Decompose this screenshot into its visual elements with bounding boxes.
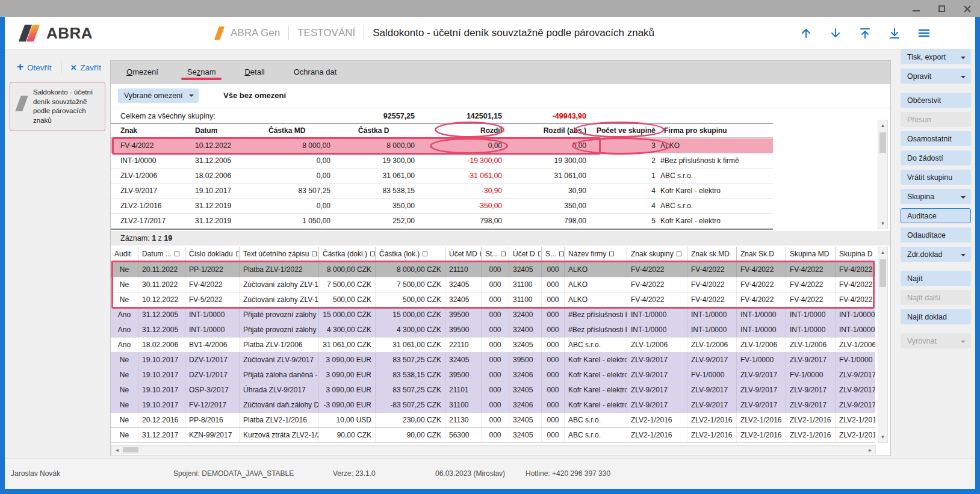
groups-column-header[interactable]: Částka D [330, 126, 415, 135]
journal-column-header[interactable]: Skupina MD [786, 247, 836, 261]
groups-table-row[interactable]: ZLV-1/200618.02.20060,0031 061,00-31 061… [111, 168, 773, 184]
zdr-doklad-button[interactable]: Zdr.doklad [901, 247, 971, 262]
filter-box-icon[interactable] [501, 252, 506, 256]
tab-seznam[interactable]: Seznam [185, 61, 219, 83]
vrátit-skupinu-button[interactable]: Vrátit skupinu [901, 170, 971, 185]
scrollbar-thumb[interactable] [123, 447, 138, 452]
scroll-up-icon[interactable] [878, 121, 887, 130]
journal-column-header[interactable]: Číslo dokladu [185, 247, 240, 261]
journal-column-header[interactable]: Účet D [509, 247, 542, 261]
cell-cislo: PP-8/2016 [185, 413, 240, 427]
filter-box-icon[interactable] [609, 252, 614, 256]
groups-table-row[interactable]: FV-4/202210.12.20228 000,008 000,000,000… [111, 138, 773, 153]
journal-column-header[interactable]: Skupina D [836, 247, 875, 261]
groups-table-row[interactable]: ZLV-9/201719.10.201783 507,2583 538,15-3… [111, 184, 773, 199]
agenda-card[interactable]: Saldokonto - účetní deník souvztažně pod… [10, 82, 105, 131]
journal-column-label: Text účetního zápisu [243, 250, 309, 258]
odauditace-button[interactable]: Odauditace [901, 227, 971, 242]
journal-table-row[interactable]: Ne10.12.2022FV-5/2022Zúčtování zálohy ZL… [111, 292, 875, 307]
close-button[interactable] [962, 4, 972, 13]
journal-table-row[interactable]: Ano18.02.2006BV1-4/2006Platba ZLV-1/2006… [111, 338, 875, 353]
scrollbar-thumb[interactable] [879, 259, 886, 287]
groups-column-header[interactable]: Znak [120, 126, 195, 135]
journal-table-row[interactable]: Ne30.11.2022FV-4/2022Zúčtování zálohy ZL… [111, 277, 875, 292]
scroll-down-icon[interactable] [878, 433, 887, 442]
journal-table-row[interactable]: Ne31.12.2017KZN-99/2017Kurzová ztráta ZL… [111, 428, 875, 443]
najít-button[interactable]: Najít [901, 271, 971, 286]
scroll-down-icon[interactable] [878, 219, 887, 228]
menu-icon[interactable] [917, 26, 931, 40]
scroll-right-icon[interactable] [866, 446, 875, 455]
groups-column-header[interactable]: Firma pro skupinu [656, 126, 773, 135]
filter-box-icon[interactable] [175, 252, 179, 256]
open-button[interactable]: Otevřít [17, 63, 52, 72]
journal-column-header[interactable]: Účet MD [445, 247, 482, 261]
groups-column-header[interactable]: Částka MD [261, 126, 330, 135]
journal-column-header[interactable]: Částka (dokl.) [319, 247, 376, 261]
groups-column-header[interactable]: Rozdíl (abs.) [502, 126, 586, 135]
osamostatnit-button[interactable]: Osamostatnit [901, 131, 971, 146]
občerstvit-button[interactable]: Občerstvit [901, 93, 971, 108]
najít-další-button[interactable]: Najít další [901, 290, 971, 305]
skupina-button[interactable]: Skupina [901, 189, 971, 204]
journal-column-header[interactable]: St... [482, 247, 509, 261]
left-sidebar: Otevřít Zavřít Saldokonto - účetní deník… [5, 49, 110, 475]
move-down-icon[interactable] [829, 26, 842, 40]
journal-column-header[interactable]: Název firmy [565, 247, 627, 261]
vyrovnat-button[interactable]: Vyrovnat [901, 333, 971, 348]
filter-box-icon[interactable] [423, 252, 427, 256]
selected-restriction-button[interactable]: Vybrané omezení [118, 88, 199, 103]
groups-scrollbar[interactable] [878, 120, 888, 229]
tisk-export-button[interactable]: Tisk, export [901, 49, 971, 64]
move-to-bottom-icon[interactable] [888, 26, 901, 40]
filter-box-icon[interactable] [677, 252, 681, 256]
filter-box-icon[interactable] [312, 252, 317, 256]
groups-column-header[interactable]: Datum [195, 126, 261, 135]
tab-omezen-[interactable]: Omezení [124, 61, 161, 83]
journal-column-header[interactable]: Znak skupiny [627, 247, 687, 261]
minimize-button[interactable] [911, 4, 921, 13]
groups-table-row[interactable]: ZLV2-17/201731.12.20191 050,00252,00798,… [111, 214, 773, 229]
journal-scrollbar[interactable] [878, 247, 888, 443]
filter-box-icon[interactable] [370, 252, 375, 256]
journal-column-header[interactable]: S... [542, 247, 565, 261]
cell-rozdil: -19 300,00 [415, 153, 502, 168]
journal-table-row[interactable]: Ne19.10.2017DZV-1/2017Zúčtování ZLV-9/20… [111, 353, 875, 368]
auditace-button[interactable]: Auditace [901, 208, 971, 223]
move-to-top-icon[interactable] [858, 26, 872, 40]
journal-column-header[interactable]: Audit [111, 247, 138, 261]
cell-audit: Ne [111, 277, 138, 292]
dropdown-caret-icon [961, 57, 966, 61]
journal-table-row[interactable]: Ne19.10.2017FV-12/2017Zúčtování daň.zálo… [111, 398, 875, 413]
journal-column-header[interactable]: Text účetního zápisu [240, 247, 319, 261]
journal-column-header[interactable]: Znak sk.MD [687, 247, 737, 261]
tab-ochrana-dat[interactable]: Ochrana dat [291, 61, 340, 83]
najít-doklad-button[interactable]: Najít doklad [901, 309, 971, 324]
groups-table-row[interactable]: INT-1/000031.12.20050,0019 300,00-19 300… [111, 153, 773, 168]
groups-column-header[interactable]: Počet ve skupině [586, 126, 656, 135]
journal-column-header[interactable]: Částka (lok.) [376, 247, 445, 261]
scroll-up-icon[interactable] [878, 248, 887, 257]
move-up-icon[interactable] [799, 26, 813, 40]
close-agenda-button[interactable]: Zavřít [70, 63, 101, 72]
tab-detail[interactable]: Detail [242, 61, 267, 83]
journal-table-row[interactable]: Ne20.11.2022PP-1/2022Platba ZLV-1/20228 … [111, 262, 875, 277]
maximize-button[interactable] [937, 4, 946, 13]
scrollbar-thumb[interactable] [879, 132, 886, 153]
opravit-button[interactable]: Opravit [901, 69, 971, 84]
journal-horizontal-scrollbar[interactable] [111, 445, 876, 454]
do-žádostí-button[interactable]: Do žádostí [901, 150, 971, 165]
groups-column-header[interactable]: Rozdíl [415, 126, 502, 135]
groups-table-row[interactable]: ZLV2-1/201631.12.20190,00350,00-350,0035… [111, 199, 773, 214]
scroll-left-icon[interactable] [113, 446, 122, 455]
journal-table-row[interactable]: Ne19.10.2017DZV-1/2017Přijatá záloha dan… [111, 368, 875, 383]
journal-table-row[interactable]: Ano31.12.2005INT-1/0000Přijaté provozní … [111, 307, 875, 323]
button-label: Občerstvit [907, 96, 941, 105]
journal-table-row[interactable]: Ano31.12.2005INT-1/0000Přijaté provozní … [111, 323, 875, 338]
journal-column-header[interactable]: Datum ... [138, 247, 185, 261]
journal-table-row[interactable]: Ne19.10.2017OSP-3/2017Úhrada ZLV-9/20173… [111, 383, 875, 398]
filter-box-icon[interactable] [559, 252, 564, 256]
journal-table-row[interactable]: Ne20.12.2016PP-8/2016Platba ZLV2-1/20161… [111, 413, 875, 428]
journal-column-header[interactable]: Znak Sk.D [737, 247, 786, 261]
přesun-button[interactable]: Přesun [901, 112, 971, 127]
